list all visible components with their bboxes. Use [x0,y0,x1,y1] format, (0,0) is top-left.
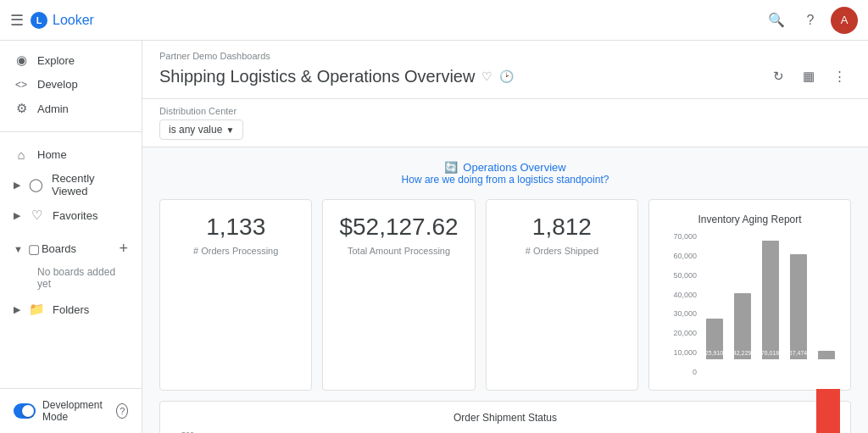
boards-icon: ▢ [26,241,42,257]
inv-bar-group-1: 42,229 [732,241,753,359]
dev-mode-row: Development Mode ? [14,399,128,423]
sidebar-item-recently-viewed[interactable]: ▶ ◯ Recently Viewed [0,167,142,203]
dashboard-body: 🔄 Operations Overview How are we doing f… [142,147,868,433]
filter-value: is any value [169,124,222,136]
sidebar-label-home: Home [37,148,67,161]
chart-row: Order Shipment Status 500 400 300 200 10… [159,401,851,433]
sidebar-label-develop: Develop [37,78,78,91]
order-bar-group-24 [816,389,840,433]
inv-bar-group-0: 25,910 [704,241,725,359]
inv-bar-label-3: 67,474 [789,350,807,356]
favorite-icon[interactable]: ♡ [481,69,492,83]
sidebar-item-admin[interactable]: ⚙ Admin [0,96,135,121]
topbar-icons: 🔍 ? A [763,7,858,34]
sidebar-item-home[interactable]: ⌂ Home [0,142,135,167]
sidebar-label-recently-viewed: Recently Viewed [52,172,128,197]
inv-bar-1: 42,229 [734,293,751,359]
breadcrumb: Partner Demo Dashboards [159,51,851,61]
refresh-button[interactable]: ↻ [766,64,790,88]
inv-bar-3: 67,474 [790,254,807,359]
filter-label: Distribution Center [159,106,851,116]
kpi-value-orders-shipped: 1,812 [500,214,624,241]
order-shipment-chart-card: Order Shipment Status 500 400 300 200 10… [159,401,851,433]
sidebar-bottom: Development Mode ? [0,388,142,433]
more-button[interactable]: ⋮ [827,64,851,88]
section-header: 🔄 Operations Overview How are we doing f… [159,161,851,186]
boards-empty-text: No boards added yet [0,263,142,293]
dev-mode-label: Development Mode [42,399,106,423]
order-chart-title: Order Shipment Status [170,412,840,424]
section-icon: 🔄 [444,161,458,174]
kpi-value-total-amount: $52,127.62 [337,214,460,241]
dashboard-title: Shipping Logistics & Operations Overview [159,67,475,86]
layout: ◉ Explore <> Develop ⚙ Admin ⌂ Home ▶ ◯ … [0,41,868,433]
sidebar-item-explore[interactable]: ◉ Explore [0,47,135,73]
kpi-value-orders-processing: 1,133 [174,214,298,241]
inventory-chart: 70,00060,00050,00040,00030,00020,00010,0… [663,232,837,376]
kpi-label-orders-shipped: # Orders Shipped [500,246,624,256]
filter-select[interactable]: is any value ▼ [159,119,243,140]
sidebar-top-section: ◉ Explore <> Develop ⚙ Admin [0,41,142,128]
inv-bar-label-2: 76,018 [761,350,779,356]
add-board-button[interactable]: + [119,240,128,258]
header-actions: ↻ ▦ ⋮ [766,64,851,88]
sidebar-label-admin: Admin [37,103,69,115]
inventory-chart-title: Inventory Aging Report [663,214,837,225]
kpi-row: 1,133 # Orders Processing $52,127.62 Tot… [159,199,851,391]
kpi-orders-shipped: 1,812 # Orders Shipped [486,199,638,391]
sidebar-item-favorites[interactable]: ▶ ♡ Favorites [0,203,142,228]
recently-viewed-icon: ◯ [29,177,43,192]
kpi-total-amount: $52,127.62 Total Amount Processing [322,199,475,391]
inv-bar-label-1: 42,229 [733,350,751,356]
inv-bar-label-0: 25,910 [705,350,723,356]
logo-icon: L [31,12,47,29]
inv-bar-group-2: 76,018 [760,241,781,359]
folders-arrow-icon: ▶ [14,304,20,315]
search-button[interactable]: 🔍 [763,7,790,34]
kpi-label-total-amount: Total Amount Processing [337,246,460,256]
logo-text: Looker [53,13,94,28]
boards-arrow-icon: ▼ [14,244,23,254]
filter-button[interactable]: ▦ [797,64,821,88]
inventory-chart-card: Inventory Aging Report 70,00060,00050,00… [648,199,851,391]
help-button[interactable]: ? [797,7,824,34]
fav-arrow-icon: ▶ [14,210,20,221]
home-icon: ⌂ [14,147,29,162]
sidebar-label-explore: Explore [37,54,75,67]
inv-bar-4 [818,351,835,359]
admin-icon: ⚙ [14,101,29,116]
inv-bar-group-3: 67,474 [787,241,809,359]
help-icon[interactable]: ? [116,403,128,419]
menu-icon[interactable]: ☰ [10,11,24,30]
topbar: ☰ L Looker 🔍 ? A [0,0,868,41]
favorites-icon: ♡ [29,208,44,223]
user-avatar[interactable]: A [831,7,858,34]
sidebar-boards-header[interactable]: ▼ ▢ Boards + [0,235,142,263]
schedule-icon[interactable]: 🕑 [499,69,514,83]
section-title-row: 🔄 Operations Overview [159,161,851,174]
kpi-label-orders-processing: # Orders Processing [174,246,298,256]
section-subtitle: How are we doing from a logistics standp… [159,174,851,186]
sidebar: ◉ Explore <> Develop ⚙ Admin ⌂ Home ▶ ◯ … [0,41,142,433]
inv-bar-2: 76,018 [762,241,779,359]
filter-row: Distribution Center is any value ▼ [142,99,868,147]
section-title: Operations Overview [463,161,565,174]
toggle-knob [22,405,34,417]
kpi-orders-processing: 1,133 # Orders Processing [159,199,312,391]
filter-chevron: ▼ [225,125,234,135]
explore-icon: ◉ [14,53,29,68]
bar-red-24 [816,389,840,433]
sidebar-nav-section: ⌂ Home ▶ ◯ Recently Viewed ▶ ♡ Favorites [0,136,142,235]
main-header: Partner Demo Dashboards Shipping Logisti… [142,41,868,99]
sidebar-label-favorites: Favorites [53,209,97,222]
sidebar-item-develop[interactable]: <> Develop [0,73,135,96]
inv-bar-0: 25,910 [706,319,723,359]
sidebar-item-folders[interactable]: ▶ 📁 Folders [0,297,142,322]
main-content: Partner Demo Dashboards Shipping Logisti… [142,41,868,433]
title-row: Shipping Logistics & Operations Overview… [159,64,851,88]
dev-mode-toggle[interactable] [14,403,36,419]
boards-label: Boards [42,242,120,255]
develop-icon: <> [14,79,29,91]
sidebar-label-folders: Folders [53,303,89,316]
arrow-icon: ▶ [14,180,20,191]
